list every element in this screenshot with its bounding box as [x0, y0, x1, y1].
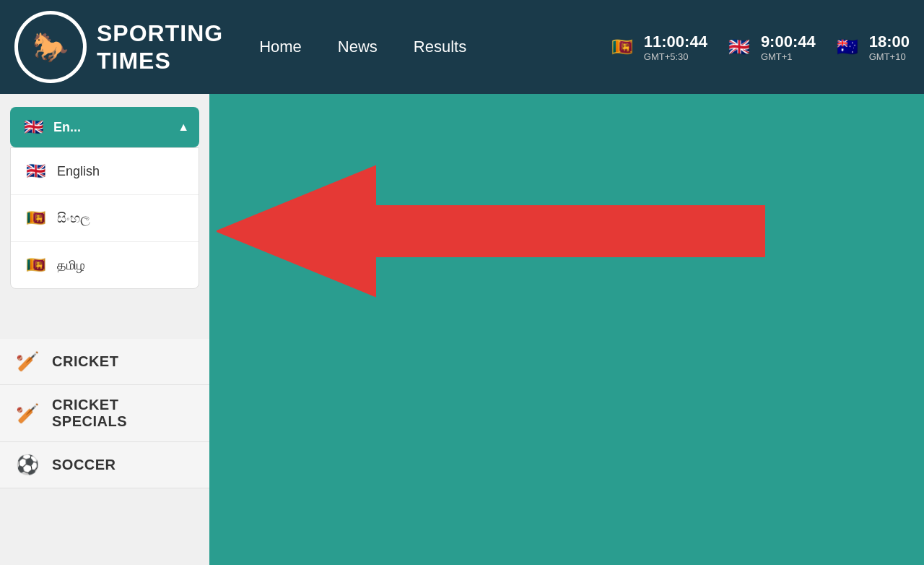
chevron-up-icon: ▲ [178, 121, 189, 134]
clock-au-info: 18:00 GMT+10 [869, 33, 910, 62]
svg-marker-0 [217, 166, 765, 296]
cricket-specials-label: CRICKET SPECIALS [52, 397, 195, 430]
clock-au-time: 18:00 [869, 33, 910, 51]
sidebar-item-cricket-specials[interactable]: 🏏 CRICKET SPECIALS [0, 385, 209, 442]
nav-home[interactable]: Home [259, 38, 302, 56]
soccer-icon: ⚽ [14, 454, 40, 476]
language-dropdown[interactable]: 🇬🇧 En... ▲ 🇬🇧 English 🇱🇰 සිංහල 🇱🇰 தமிழ [10, 107, 199, 147]
soccer-label: SOCCER [52, 457, 116, 473]
clock-gb-tz: GMT+1 [761, 51, 816, 62]
language-selected[interactable]: 🇬🇧 En... ▲ [10, 107, 199, 147]
sidebar-item-soccer[interactable]: ⚽ SOCCER [0, 442, 209, 488]
flag-si: 🇱🇰 [22, 205, 48, 231]
main-content [209, 94, 924, 565]
clock-gb-info: 9:00:44 GMT+1 [761, 33, 816, 62]
selected-label: En... [53, 120, 81, 135]
language-options: 🇬🇧 English 🇱🇰 සිංහල 🇱🇰 தமிழ [10, 147, 199, 289]
sidebar: 🇬🇧 En... ▲ 🇬🇧 English 🇱🇰 සිංහල 🇱🇰 தமிழ 🏏… [0, 94, 209, 565]
logo-title-line1: SPORTING [97, 20, 223, 47]
nav-news[interactable]: News [338, 38, 378, 56]
clock-au-flag: 🇦🇺 [833, 33, 862, 61]
nav-results[interactable]: Results [414, 38, 466, 56]
logo-circle: 🐎 [14, 11, 87, 83]
clock-gb: 🇬🇧 9:00:44 GMT+1 [725, 33, 816, 62]
lang-label-en: English [57, 164, 100, 179]
lang-option-ta[interactable]: 🇱🇰 தமிழ [11, 242, 199, 288]
lang-option-si[interactable]: 🇱🇰 සිංහල [11, 195, 199, 242]
clocks: 🇱🇰 11:00:44 GMT+5:30 🇬🇧 9:00:44 GMT+1 🇦🇺… [608, 33, 910, 62]
sidebar-item-cricket[interactable]: 🏏 CRICKET [0, 339, 209, 385]
logo-text-block: SPORTING TIMES [97, 20, 223, 75]
lang-label-ta: தமிழ [57, 258, 85, 273]
clock-lk-info: 11:00:44 GMT+5:30 [644, 33, 707, 62]
lang-option-en[interactable]: 🇬🇧 English [11, 148, 199, 195]
cricket-specials-icon: 🏏 [14, 402, 40, 425]
clock-gb-flag: 🇬🇧 [725, 33, 754, 61]
clock-au-tz: GMT+10 [869, 51, 910, 62]
clock-gb-time: 9:00:44 [761, 33, 816, 51]
lang-label-si: සිංහල [57, 211, 90, 226]
logo-icon: 🐎 [32, 30, 69, 64]
clock-lk-tz: GMT+5:30 [644, 51, 707, 62]
logo-area: 🐎 SPORTING TIMES [14, 11, 223, 83]
clock-lk-flag: 🇱🇰 [608, 33, 637, 61]
flag-ta: 🇱🇰 [22, 252, 48, 278]
flag-en: 🇬🇧 [22, 158, 48, 184]
header: 🐎 SPORTING TIMES Home News Results 🇱🇰 11… [0, 0, 924, 94]
clock-au: 🇦🇺 18:00 GMT+10 [833, 33, 910, 62]
nav-links: Home News Results [259, 38, 466, 56]
cricket-label: CRICKET [52, 353, 118, 370]
red-arrow-annotation [217, 130, 765, 332]
cricket-icon: 🏏 [14, 350, 40, 373]
selected-flag: 🇬🇧 [20, 114, 46, 140]
logo-inner: 🐎 [18, 14, 83, 79]
clock-lk-time: 11:00:44 [644, 33, 707, 51]
clock-lk: 🇱🇰 11:00:44 GMT+5:30 [608, 33, 707, 62]
logo-title-line2: TIMES [97, 47, 223, 74]
sidebar-menu: 🏏 CRICKET 🏏 CRICKET SPECIALS ⚽ SOCCER [0, 339, 209, 488]
